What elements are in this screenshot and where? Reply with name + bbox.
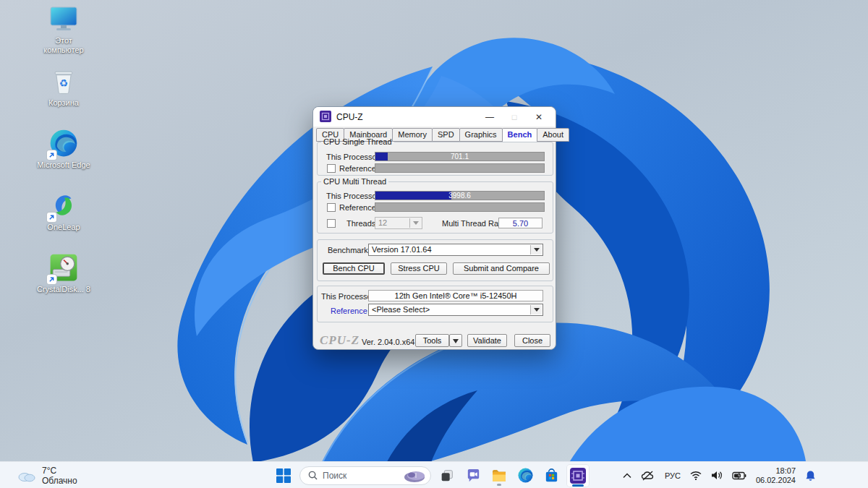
tray-date: 06.02.2024	[756, 476, 796, 485]
onedrive-icon[interactable]	[641, 471, 655, 481]
multi-reference-bar	[375, 202, 545, 212]
reference-select-combo[interactable]: <Please Select>	[368, 304, 543, 316]
validate-button[interactable]: Validate	[467, 334, 507, 347]
crystaldisk-icon	[48, 252, 80, 283]
notification-bell-icon[interactable]	[805, 470, 816, 481]
single-this-processor-label: This Processor	[326, 153, 379, 161]
multi-this-processor-label: This Processor	[326, 192, 379, 200]
system-tray: РУС 18:07 06.02.2024	[623, 462, 868, 488]
close-window-button[interactable]: Close	[514, 334, 550, 347]
wifi-icon[interactable]	[690, 471, 702, 480]
stress-cpu-button[interactable]: Stress CPU	[391, 262, 447, 275]
file-explorer-icon	[490, 467, 508, 484]
single-thread-legend: CPU Single Thread	[321, 137, 394, 146]
recycle-bin-icon: ♻	[48, 65, 80, 97]
minimize-button[interactable]: —	[477, 107, 502, 127]
desktop-icon-oneleap[interactable]: OneLeap	[35, 189, 93, 252]
search-icon	[308, 471, 318, 480]
desktop-icon-column: Этот компьютер ♻ Корзина	[35, 3, 93, 314]
desktop-icon-label: Этот компьютер	[35, 36, 93, 55]
desktop-icon-label: CrystalDisk... 8	[37, 285, 90, 294]
single-reference-label: Reference	[339, 164, 376, 173]
close-button[interactable]: ✕	[527, 107, 551, 127]
tray-time: 18:07	[756, 466, 796, 476]
cloud-icon	[17, 468, 36, 483]
active-indicator	[572, 484, 584, 487]
cpuz-titlebar[interactable]: CPU-Z — □ ✕	[313, 107, 556, 127]
microsoft-store-icon	[543, 467, 560, 484]
cpuz-taskbar-icon	[569, 467, 587, 484]
combo-arrow-icon	[530, 245, 542, 254]
desktop-icon-crystaldisk[interactable]: CrystalDisk... 8	[35, 252, 93, 314]
shortcut-arrow-icon	[47, 150, 56, 160]
desktop-icon-label: Корзина	[48, 98, 79, 108]
search-box[interactable]: Поиск	[299, 466, 431, 485]
reference-label: Reference	[331, 307, 367, 315]
multi-thread-legend: CPU Multi Thread	[321, 177, 388, 186]
window-title: CPU-Z	[336, 112, 363, 122]
weather-temp: 7°C	[42, 466, 77, 476]
svg-text:♻: ♻	[59, 77, 68, 89]
benchmark-label: Benchmark	[328, 246, 368, 254]
threads-checkbox[interactable]	[327, 219, 336, 228]
file-explorer-button[interactable]	[489, 466, 509, 486]
dropdown-arrow-icon	[453, 339, 459, 343]
desktop-icon-label: OneLeap	[47, 223, 80, 232]
shortcut-arrow-icon	[47, 275, 56, 284]
version-text: Ver. 2.04.0.x64	[362, 338, 414, 346]
submit-and-compare-button[interactable]: Submit and Compare	[453, 262, 550, 275]
search-highlight-image[interactable]	[400, 468, 426, 483]
volume-icon[interactable]	[711, 471, 723, 480]
desktop-icon-this-pc[interactable]: Этот компьютер	[35, 3, 93, 65]
threads-combo[interactable]: 12	[375, 217, 422, 229]
weather-condition: Облачно	[42, 476, 77, 486]
combo-arrow-icon	[409, 218, 421, 228]
language-indicator[interactable]: РУС	[665, 471, 681, 480]
edge-icon	[48, 127, 80, 159]
edge-icon	[517, 467, 534, 484]
clock[interactable]: 18:07 06.02.2024	[756, 466, 796, 485]
desktop-icon-recycle-bin[interactable]: ♻ Корзина	[35, 65, 93, 127]
chat-button[interactable]	[463, 466, 483, 486]
multi-thread-ratio-label: Multi Thread Ratio	[442, 219, 507, 228]
this-processor-label: This Processor	[321, 292, 374, 301]
start-button[interactable]	[273, 466, 294, 486]
combo-arrow-icon	[530, 305, 542, 314]
shortcut-arrow-icon	[47, 213, 56, 222]
this-processor-value: 12th Gen Intel® Core™ i5-12450H	[368, 290, 543, 301]
benchmark-version-combo[interactable]: Version 17.01.64	[368, 244, 543, 256]
single-thread-score-bar: 701.1	[375, 152, 545, 161]
oneleap-icon	[48, 189, 80, 221]
cpuz-window: CPU-Z — □ ✕ CPU Mainboard Memory SPD Gra…	[312, 106, 556, 350]
single-reference-bar	[375, 163, 545, 173]
multi-reference-label: Reference	[339, 203, 376, 212]
taskbar-center: Поиск	[273, 462, 589, 488]
search-placeholder: Поиск	[323, 471, 395, 481]
battery-icon[interactable]	[732, 471, 746, 480]
task-view-icon	[439, 468, 455, 484]
single-thread-score: 701.1	[375, 153, 544, 160]
multi-thread-score: 3998.6	[375, 192, 544, 200]
cpuz-app-icon	[320, 111, 331, 124]
maximize-button: □	[502, 107, 527, 127]
cpuz-logo: CPU-Z	[320, 333, 359, 348]
edge-button[interactable]	[515, 466, 535, 486]
multi-thread-ratio-value: 5.70	[498, 218, 542, 228]
desktop-icon-label: Microsoft Edge	[37, 160, 90, 170]
desktop: { "desktop": { "icons": [ { "label": "Эт…	[0, 0, 868, 488]
desktop-icon-edge[interactable]: Microsoft Edge	[35, 127, 93, 189]
threads-label: Threads	[346, 219, 375, 228]
tools-button[interactable]: Tools	[415, 334, 449, 347]
weather-widget[interactable]: 7°C Облачно	[10, 462, 85, 488]
task-view-button[interactable]	[437, 466, 457, 486]
single-reference-checkbox[interactable]	[327, 164, 336, 173]
tools-dropdown-button[interactable]	[449, 334, 462, 347]
tray-chevron-icon[interactable]	[623, 473, 631, 479]
multi-reference-checkbox[interactable]	[327, 203, 336, 212]
bench-cpu-button[interactable]: Bench CPU	[323, 262, 385, 275]
cpuz-taskbar-button[interactable]	[567, 465, 589, 487]
taskbar: 7°C Облачно Поиск	[0, 461, 868, 488]
microsoft-store-button[interactable]	[541, 466, 561, 486]
this-pc-icon	[48, 3, 80, 35]
running-indicator	[497, 484, 501, 486]
